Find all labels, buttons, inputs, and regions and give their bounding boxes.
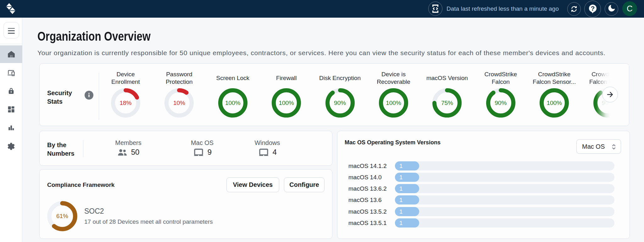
svg-text:?: ? [591,5,595,12]
